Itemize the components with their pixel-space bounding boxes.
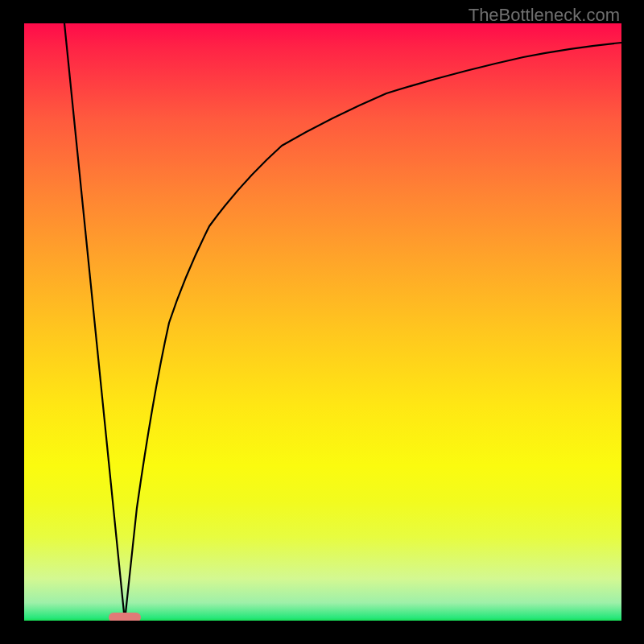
chart-border-left — [0, 0, 24, 644]
chart-border-right — [621, 0, 644, 644]
bottleneck-curve — [24, 23, 621, 621]
attribution-text: TheBottleneck.com — [469, 5, 620, 26]
curve-right-segment — [125, 43, 621, 621]
chart-border-bottom — [0, 621, 644, 644]
curve-left-segment — [64, 23, 125, 621]
